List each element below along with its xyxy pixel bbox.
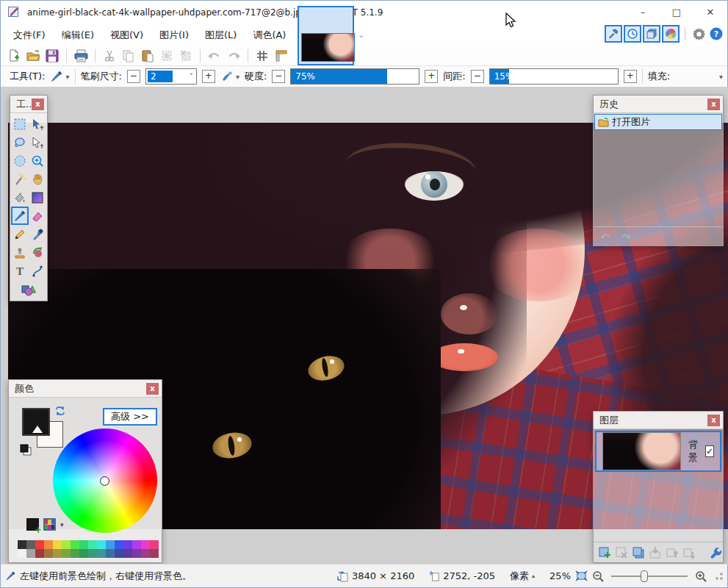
tool-recolor[interactable]: [29, 243, 46, 262]
palette-swatch[interactable]: [123, 549, 132, 558]
palette-swatch[interactable]: [71, 540, 79, 549]
spacing-increase-button[interactable]: +: [624, 70, 637, 83]
menu-file[interactable]: 文件(F): [5, 26, 54, 45]
spacing-decrease-button[interactable]: −: [471, 70, 484, 83]
palette-swatch[interactable]: [35, 549, 44, 558]
paste-icon[interactable]: [140, 49, 155, 63]
tool-clone-stamp[interactable]: [11, 243, 29, 262]
zoom-slider-thumb[interactable]: [641, 570, 648, 582]
new-file-icon[interactable]: [7, 49, 21, 63]
tool-lasso-select[interactable]: [11, 133, 29, 151]
zoom-slider[interactable]: [611, 576, 688, 577]
palette-swatch[interactable]: [150, 549, 159, 558]
palette-swatch[interactable]: [79, 549, 88, 558]
zoom-in-icon[interactable]: [695, 570, 707, 582]
colors-panel-close-button[interactable]: x: [146, 383, 159, 395]
tool-eraser[interactable]: [29, 207, 46, 225]
tool-gradient[interactable]: [29, 188, 46, 207]
zoom-to-window-icon[interactable]: [575, 570, 588, 581]
toggle-grid-icon[interactable]: [255, 49, 270, 63]
print-icon[interactable]: [73, 49, 88, 63]
image-tab[interactable]: [298, 6, 354, 65]
history-window-toggle[interactable]: [624, 25, 641, 43]
add-color-to-palette-icon[interactable]: [26, 518, 39, 531]
tool-rectangle-select[interactable]: [11, 115, 29, 133]
palette-swatch[interactable]: [35, 540, 44, 549]
tool-paint-bucket[interactable]: [11, 188, 29, 207]
history-panel-titlebar[interactable]: 历史 x: [594, 96, 723, 113]
palette-swatch[interactable]: [44, 549, 53, 558]
tool-pencil[interactable]: [11, 225, 29, 243]
palette-swatch[interactable]: [53, 549, 62, 558]
spacing-slider[interactable]: 15%: [489, 68, 619, 85]
tools-panel-titlebar[interactable]: 工... x: [10, 96, 47, 113]
layer-visibility-checkbox[interactable]: ✓: [705, 445, 714, 457]
palette-swatch[interactable]: [18, 549, 26, 558]
palette-swatch[interactable]: [132, 549, 141, 558]
palette-swatch[interactable]: [123, 540, 132, 549]
tool-line-curve[interactable]: [29, 262, 46, 280]
tool-move-selection[interactable]: [29, 133, 46, 151]
save-file-icon[interactable]: [45, 49, 60, 63]
menu-image[interactable]: 图片(I): [151, 26, 197, 45]
history-item-open-image[interactable]: 打开图片: [594, 114, 722, 130]
palette-swatch[interactable]: [53, 540, 62, 549]
tool-ellipse-select[interactable]: [11, 151, 29, 170]
hardness-decrease-button[interactable]: −: [272, 70, 285, 83]
minimize-button[interactable]: –: [626, 1, 660, 23]
units-dropdown[interactable]: 像素 ▴: [510, 570, 535, 583]
tool-paintbrush[interactable]: [11, 207, 29, 225]
brush-size-combo[interactable]: 2 ˅: [145, 68, 197, 85]
tools-panel-close-button[interactable]: x: [32, 98, 44, 110]
add-layer-button[interactable]: [598, 545, 612, 561]
hardness-increase-button[interactable]: +: [425, 70, 438, 83]
tool-color-picker[interactable]: [29, 225, 46, 243]
resize-grip[interactable]: [716, 573, 723, 580]
palette-swatch[interactable]: [97, 540, 106, 549]
palette-swatch[interactable]: [26, 540, 35, 549]
fill-dropdown-caret-icon[interactable]: ▾: [719, 73, 723, 81]
tools-window-toggle[interactable]: [605, 25, 622, 43]
open-file-icon[interactable]: [26, 49, 40, 63]
layers-panel-close-button[interactable]: x: [707, 415, 720, 426]
tool-zoom[interactable]: [29, 151, 46, 170]
palette-swatch[interactable]: [106, 540, 115, 549]
layers-panel-titlebar[interactable]: 图层 x: [594, 412, 723, 429]
palette-swatch[interactable]: [141, 549, 150, 558]
duplicate-layer-button[interactable]: [632, 545, 646, 561]
palette-swatch[interactable]: [150, 540, 159, 549]
maximize-button[interactable]: □: [660, 1, 693, 23]
hardness-slider[interactable]: 75%: [290, 68, 419, 85]
settings-button[interactable]: [691, 26, 707, 42]
menu-view[interactable]: 视图(V): [102, 26, 151, 45]
color-wheel-selector[interactable]: [100, 476, 109, 486]
palette-swatch[interactable]: [97, 549, 106, 558]
palette-swatch[interactable]: [141, 540, 150, 549]
palette-swatch[interactable]: [62, 540, 71, 549]
tool-pan[interactable]: [29, 170, 46, 188]
palette-swatch[interactable]: [79, 540, 88, 549]
history-panel-close-button[interactable]: x: [707, 98, 720, 110]
swap-colors-icon[interactable]: [54, 405, 66, 419]
brush-style-dropdown[interactable]: ▾: [220, 70, 239, 83]
image-list-chevron-icon[interactable]: ⌄: [356, 30, 366, 40]
palette-swatch[interactable]: [88, 549, 97, 558]
palette-swatch[interactable]: [26, 549, 35, 558]
palette-swatch[interactable]: [62, 549, 71, 558]
brush-size-decrease-button[interactable]: −: [127, 70, 140, 83]
brush-size-increase-button[interactable]: +: [202, 70, 215, 83]
menu-edit[interactable]: 编辑(E): [54, 26, 102, 45]
layer-properties-button[interactable]: [709, 545, 723, 561]
menu-layers[interactable]: 图层(L): [197, 26, 245, 45]
palette-swatch[interactable]: [115, 540, 123, 549]
palette-swatch[interactable]: [71, 549, 79, 558]
colors-window-toggle[interactable]: [662, 25, 680, 43]
toggle-ruler-icon[interactable]: [274, 49, 289, 63]
close-button[interactable]: ✕: [693, 1, 727, 23]
palette-menu-icon[interactable]: [43, 518, 56, 531]
palette-swatch[interactable]: [44, 540, 53, 549]
tool-shapes[interactable]: [20, 280, 37, 298]
palette-swatch[interactable]: [132, 540, 141, 549]
help-button[interactable]: ?: [708, 26, 724, 42]
active-tool-dropdown[interactable]: ▾: [50, 70, 69, 83]
